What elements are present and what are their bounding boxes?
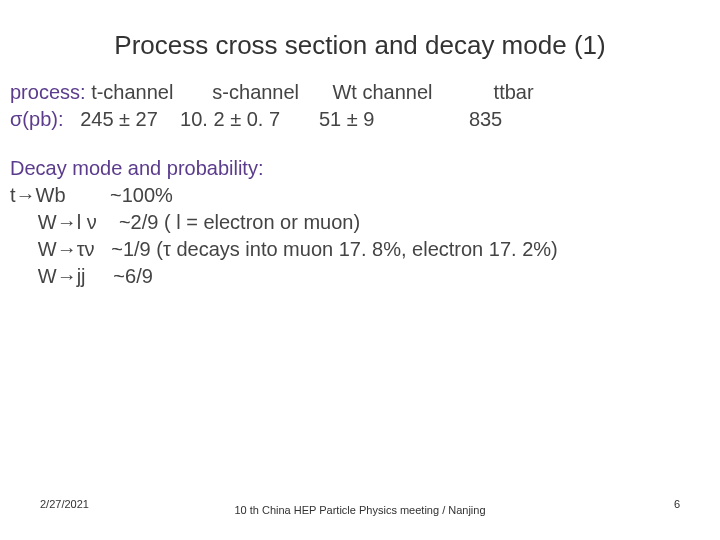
footer-center: 10 th China HEP Particle Physics meeting… [0,504,720,516]
decay-line-3: W→τν ~1/9 (τ decays into muon 17. 8%, el… [10,236,710,263]
process-col-2: s-channel [212,81,299,103]
process-row: process: t-channel s-channel Wt channel … [10,79,710,106]
footer-page-number: 6 [674,498,680,510]
process-col-1: t-channel [91,81,173,103]
decay-line-1: t→Wb ~100% [10,182,710,209]
slide-title: Process cross section and decay mode (1) [0,0,720,79]
sigma-val-2: 10. 2 ± 0. 7 [180,108,280,130]
arrow-icon: → [16,184,36,206]
decay-line-2: W→l ν ~2/9 ( l = electron or muon) [10,209,710,236]
sigma-val-4: 835 [469,108,502,130]
sigma-label: σ(pb): [10,108,63,130]
slide-body: process: t-channel s-channel Wt channel … [0,79,720,290]
sigma-val-3: 51 ± 9 [319,108,374,130]
sigma-row: σ(pb): 245 ± 27 10. 2 ± 0. 7 51 ± 9 835 [10,106,710,133]
process-col-4: ttbar [494,81,534,103]
decay-line-4: W→jj ~6/9 [10,263,710,290]
decay-header: Decay mode and probability: [10,155,710,182]
process-col-3: Wt channel [332,81,432,103]
process-label: process: [10,81,86,103]
decay-wb: Wb ~100% [36,184,173,206]
sigma-val-1: 245 ± 27 [80,108,158,130]
